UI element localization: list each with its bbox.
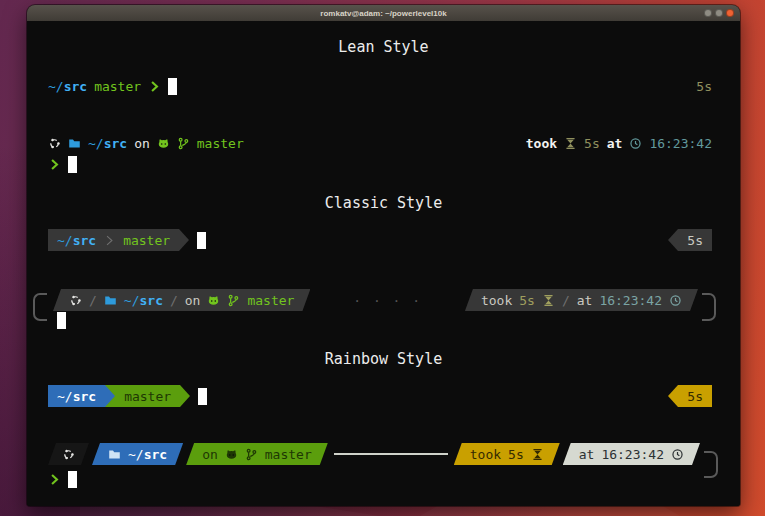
separator-slash: / xyxy=(89,293,97,308)
command-duration: 5s xyxy=(696,79,712,94)
ubuntu-logo-icon xyxy=(69,294,82,307)
segment-separator-icon xyxy=(103,234,116,247)
prompt-chevron-icon xyxy=(148,80,161,93)
git-branch: master xyxy=(265,447,312,462)
rainbow-prompt-full: ~/src on master took 5s at 16:23:42 xyxy=(48,443,700,465)
github-octocat-icon xyxy=(157,137,170,150)
folder-icon xyxy=(68,137,81,150)
took-label: took xyxy=(481,293,512,308)
git-branch: master xyxy=(123,233,170,248)
rainbow-prompt-short: ~/src master 5s xyxy=(48,385,712,407)
terminal-cursor xyxy=(57,312,66,329)
on-label: on xyxy=(202,447,218,462)
clock-icon xyxy=(669,294,682,307)
window-controls xyxy=(704,9,734,17)
lean-prompt-full: ~/src on master took 5s at 16:23:42 xyxy=(48,133,712,153)
prompt-frame-right xyxy=(704,451,718,478)
terminal-cursor xyxy=(197,232,206,249)
git-branch: master xyxy=(115,385,180,407)
git-branch: master xyxy=(247,293,294,308)
on-label: on xyxy=(185,293,201,308)
section-title-rainbow: Rainbow Style xyxy=(27,350,740,368)
close-button[interactable] xyxy=(726,9,734,17)
current-time: 16:23:42 xyxy=(601,447,664,462)
git-branch: master xyxy=(197,136,244,151)
terminal-cursor xyxy=(68,156,77,173)
at-label: at xyxy=(577,293,593,308)
git-branch-icon xyxy=(177,137,190,150)
powerline-arrow xyxy=(105,385,115,407)
classic-prompt-short: ~/src master 5s xyxy=(48,229,712,251)
command-duration: 5s xyxy=(519,293,535,308)
dir-prefix: ~/ xyxy=(88,136,104,151)
dir-anchor: src xyxy=(104,136,127,151)
dir-prefix: ~/ xyxy=(128,447,144,462)
command-duration: 5s xyxy=(678,229,712,251)
dir-anchor: src xyxy=(73,389,96,404)
ubuntu-logo-icon xyxy=(62,448,75,461)
dir-anchor: src xyxy=(73,233,96,248)
classic-prompt-full: / ~/src / on master · · · · took 5s / at… xyxy=(53,289,698,311)
powerline-arrow xyxy=(668,385,678,407)
prompt-frame-right xyxy=(702,293,716,321)
section-title-classic: Classic Style xyxy=(27,194,740,212)
took-label: took xyxy=(470,447,501,462)
hourglass-icon xyxy=(542,294,555,307)
terminal-cursor xyxy=(68,471,77,488)
ubuntu-logo-icon xyxy=(48,137,61,150)
clock-icon xyxy=(629,137,642,150)
github-octocat-icon xyxy=(207,294,220,307)
minimize-button[interactable] xyxy=(704,9,712,17)
gap-filler-line xyxy=(334,453,448,455)
folder-icon xyxy=(108,448,121,461)
prompt-frame-left xyxy=(33,293,47,321)
git-branch-icon xyxy=(227,294,240,307)
section-title-lean: Lean Style xyxy=(27,38,740,56)
gap-filler-dots: · · · · xyxy=(310,293,465,308)
dir-anchor: src xyxy=(64,79,87,94)
terminal-cursor xyxy=(198,388,207,405)
command-duration: 5s xyxy=(508,447,524,462)
dir-prefix: ~/ xyxy=(57,389,73,404)
hourglass-icon xyxy=(564,137,577,150)
folder-icon xyxy=(104,294,117,307)
terminal-window: romkatv@adam: ~/powerlevel10k Lean Style… xyxy=(27,5,740,506)
powerline-arrow xyxy=(180,385,190,407)
dir-prefix: ~/ xyxy=(57,233,73,248)
command-duration: 5s xyxy=(584,136,600,151)
prompt-chevron-icon xyxy=(48,473,61,486)
terminal-body[interactable]: Lean Style ~/src master 5s ~/src on mast… xyxy=(27,21,740,506)
git-branch-icon xyxy=(245,448,258,461)
github-octocat-icon xyxy=(225,448,238,461)
dir-anchor: src xyxy=(144,447,167,462)
git-branch: master xyxy=(94,79,141,94)
dir-prefix: ~/ xyxy=(48,79,64,94)
maximize-button[interactable] xyxy=(715,9,723,17)
lean-prompt-input-line xyxy=(48,154,77,174)
dir-anchor: src xyxy=(139,293,162,308)
powerline-arrow xyxy=(179,229,189,251)
separator-slash: / xyxy=(170,293,178,308)
powerline-arrow xyxy=(668,229,678,251)
dir-prefix: ~/ xyxy=(124,293,140,308)
at-label: at xyxy=(579,447,595,462)
prompt-chevron-icon xyxy=(48,158,61,171)
classic-prompt-input-line xyxy=(57,310,66,330)
lean-prompt-short: ~/src master 5s xyxy=(48,76,712,96)
window-titlebar[interactable]: romkatv@adam: ~/powerlevel10k xyxy=(27,5,740,21)
clock-icon xyxy=(671,448,684,461)
current-time: 16:23:42 xyxy=(649,136,712,151)
terminal-cursor xyxy=(168,78,177,95)
separator-slash: / xyxy=(562,293,570,308)
at-label: at xyxy=(607,136,623,151)
current-time: 16:23:42 xyxy=(599,293,662,308)
took-label: took xyxy=(526,136,557,151)
on-label: on xyxy=(134,136,150,151)
rainbow-prompt-input-line xyxy=(48,469,77,489)
window-title: romkatv@adam: ~/powerlevel10k xyxy=(320,9,446,18)
command-duration: 5s xyxy=(678,385,712,407)
hourglass-icon xyxy=(531,448,544,461)
